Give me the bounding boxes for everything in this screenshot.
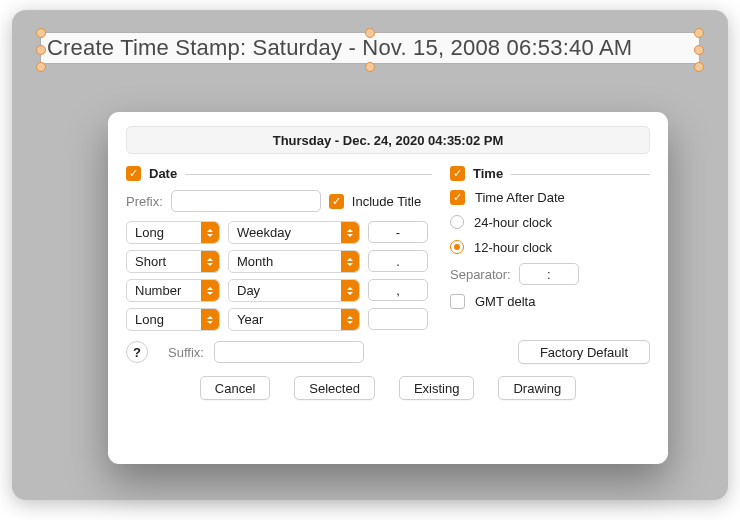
suffix-input[interactable] bbox=[214, 341, 364, 363]
chevron-updown-icon bbox=[201, 222, 219, 243]
chevron-updown-icon bbox=[341, 251, 359, 272]
style-select-0[interactable]: Long bbox=[126, 221, 220, 244]
selection-handle[interactable] bbox=[694, 62, 704, 72]
selection-handle[interactable] bbox=[694, 45, 704, 55]
date-checkbox[interactable]: ✓ bbox=[126, 166, 141, 181]
style-select-3[interactable]: Long bbox=[126, 308, 220, 331]
time-after-date-checkbox[interactable]: ✓ bbox=[450, 190, 465, 205]
dialog-actions: Cancel Selected Existing Drawing bbox=[126, 376, 650, 400]
selection-handle[interactable] bbox=[36, 28, 46, 38]
preview-bar: Thursday - Dec. 24, 2020 04:35:02 PM bbox=[126, 126, 650, 154]
date-header: Date bbox=[149, 166, 177, 181]
time-sep-input[interactable] bbox=[519, 263, 579, 285]
prefix-input[interactable] bbox=[171, 190, 321, 212]
include-title-label: Include Title bbox=[352, 194, 421, 209]
gmt-label: GMT delta bbox=[475, 294, 535, 309]
suffix-label: Suffix: bbox=[168, 345, 204, 360]
help-button[interactable]: ? bbox=[126, 341, 148, 363]
existing-button[interactable]: Existing bbox=[399, 376, 475, 400]
time-after-date-label: Time After Date bbox=[475, 190, 565, 205]
title-banner-text: Create Time Stamp: Saturday - Nov. 15, 2… bbox=[47, 35, 632, 61]
time-checkbox[interactable]: ✓ bbox=[450, 166, 465, 181]
drawing-button[interactable]: Drawing bbox=[498, 376, 576, 400]
part-select-2[interactable]: Day bbox=[228, 279, 360, 302]
chevron-updown-icon bbox=[201, 309, 219, 330]
include-title-checkbox[interactable]: ✓ bbox=[329, 194, 344, 209]
time-panel: ✓ Time ✓ Time After Date 24-hour clock 1… bbox=[450, 166, 650, 364]
prefix-label: Prefix: bbox=[126, 194, 163, 209]
date-parts-grid: Long Weekday Short Month Number Day Long… bbox=[126, 221, 432, 331]
selection-handle[interactable] bbox=[36, 62, 46, 72]
time-header: Time bbox=[473, 166, 503, 181]
clock-12-radio[interactable] bbox=[450, 240, 464, 254]
chevron-updown-icon bbox=[201, 280, 219, 301]
part-select-3[interactable]: Year bbox=[228, 308, 360, 331]
chevron-updown-icon bbox=[341, 280, 359, 301]
divider bbox=[185, 174, 432, 175]
window-backdrop: Create Time Stamp: Saturday - Nov. 15, 2… bbox=[12, 10, 728, 500]
time-sep-label: Separator: bbox=[450, 267, 511, 282]
preview-text: Thursday - Dec. 24, 2020 04:35:02 PM bbox=[273, 133, 504, 148]
clock-12-label: 12-hour clock bbox=[474, 240, 552, 255]
selection-handle[interactable] bbox=[365, 62, 375, 72]
chevron-updown-icon bbox=[341, 309, 359, 330]
selected-button[interactable]: Selected bbox=[294, 376, 375, 400]
cancel-button[interactable]: Cancel bbox=[200, 376, 270, 400]
sep-input-0[interactable] bbox=[368, 221, 428, 243]
selection-handle[interactable] bbox=[36, 45, 46, 55]
factory-default-button[interactable]: Factory Default bbox=[518, 340, 650, 364]
sep-input-1[interactable] bbox=[368, 250, 428, 272]
chevron-updown-icon bbox=[201, 251, 219, 272]
part-select-1[interactable]: Month bbox=[228, 250, 360, 273]
chevron-updown-icon bbox=[341, 222, 359, 243]
clock-24-radio[interactable] bbox=[450, 215, 464, 229]
sep-input-3[interactable] bbox=[368, 308, 428, 330]
gmt-checkbox[interactable]: ✓ bbox=[450, 294, 465, 309]
style-select-2[interactable]: Number bbox=[126, 279, 220, 302]
selection-handle[interactable] bbox=[365, 28, 375, 38]
part-select-0[interactable]: Weekday bbox=[228, 221, 360, 244]
clock-24-label: 24-hour clock bbox=[474, 215, 552, 230]
divider bbox=[511, 174, 650, 175]
timestamp-dialog: Thursday - Dec. 24, 2020 04:35:02 PM ✓ D… bbox=[108, 112, 668, 464]
date-panel: ✓ Date Prefix: ✓ Include Title Long Week… bbox=[126, 166, 432, 364]
selection-handle[interactable] bbox=[694, 28, 704, 38]
style-select-1[interactable]: Short bbox=[126, 250, 220, 273]
sep-input-2[interactable] bbox=[368, 279, 428, 301]
